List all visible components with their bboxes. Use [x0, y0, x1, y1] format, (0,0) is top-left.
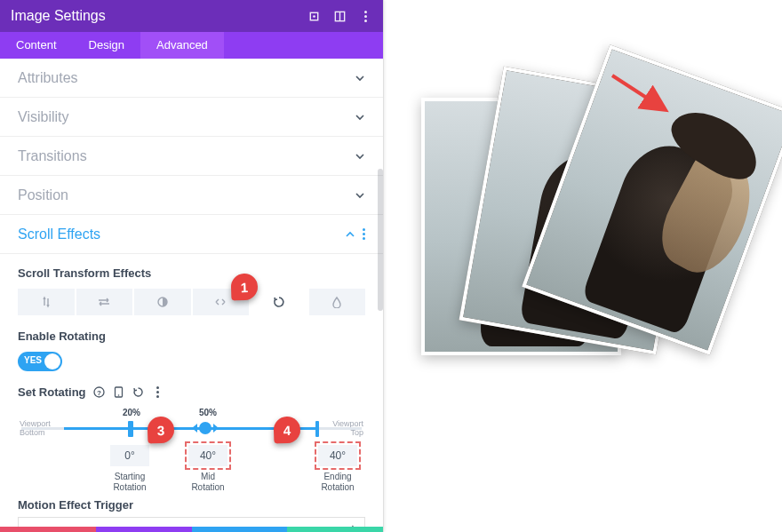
footer-colorbar: [0, 527, 383, 532]
transform-effects-label: Scroll Transform Effects: [18, 266, 365, 280]
section-label: Visibility: [18, 109, 69, 125]
starting-rotation-value[interactable]: 0°: [110, 445, 149, 466]
set-rotating-row: Set Rotating ?: [18, 385, 365, 399]
expand-icon[interactable]: [307, 10, 321, 23]
more-icon[interactable]: [359, 10, 372, 23]
slider-percent-1: 20%: [123, 408, 140, 417]
ending-rotation-label: Ending Rotation: [311, 472, 364, 493]
mid-rotation-value[interactable]: 40°: [188, 445, 227, 466]
tab-content[interactable]: Content: [0, 32, 73, 59]
section-scroll-effects[interactable]: Scroll Effects: [0, 215, 383, 254]
header-icons: [307, 10, 372, 23]
preview-area: [400, 0, 782, 532]
chevron-up-icon: [345, 229, 355, 240]
slider-handle-mid[interactable]: [199, 422, 211, 434]
fade-icon[interactable]: [134, 289, 191, 315]
toggle-knob: [44, 353, 60, 369]
section-label: Transitions: [18, 148, 87, 164]
transform-effect-tabs: [18, 289, 365, 315]
mid-rotation-label: Mid Rotation: [181, 472, 235, 493]
reset-icon[interactable]: [132, 386, 145, 399]
horizontal-motion-icon[interactable]: [76, 289, 133, 315]
ending-rotation-value[interactable]: 40°: [318, 445, 357, 466]
toggle-yes-text: YES: [24, 355, 42, 365]
slider-percent-2: 50%: [199, 408, 217, 417]
starting-rotation-label: Starting Rotation: [103, 472, 156, 493]
blur-icon[interactable]: [309, 289, 366, 315]
enable-rotating-toggle[interactable]: YES: [18, 352, 62, 371]
slider-handle-start[interactable]: [128, 421, 133, 437]
sections: Attributes Visibility Transitions Positi…: [0, 59, 383, 532]
section-label: Scroll Effects: [18, 226, 100, 242]
vertical-motion-icon[interactable]: [18, 289, 75, 315]
settings-panel: Image Settings Content Design Advanced A…: [0, 0, 384, 532]
section-label: Position: [18, 187, 68, 203]
svg-line-9: [612, 75, 663, 108]
annotation-arrow-icon: [608, 71, 679, 115]
tablet-icon[interactable]: [333, 10, 347, 23]
panel-header: Image Settings: [0, 0, 383, 32]
panel-title: Image Settings: [11, 8, 106, 24]
chevron-down-icon: [355, 190, 365, 201]
mobile-icon[interactable]: [113, 386, 125, 399]
rotation-slider: 20% 50% Viewport Bottom Viewport Top 0° …: [18, 408, 365, 480]
svg-point-1: [313, 15, 315, 18]
section-label: Attributes: [18, 70, 78, 86]
slider-handle-end[interactable]: [315, 421, 319, 437]
enable-rotating-label: Enable Rotating: [18, 330, 365, 343]
rotate-icon[interactable]: [251, 289, 307, 315]
chevron-down-icon: [355, 112, 365, 123]
tab-advanced[interactable]: Advanced: [140, 32, 224, 59]
section-position[interactable]: Position: [0, 176, 383, 215]
help-icon[interactable]: ?: [93, 386, 106, 399]
tab-bar: Content Design Advanced: [0, 32, 383, 59]
section-attributes[interactable]: Attributes: [0, 59, 383, 98]
svg-point-8: [118, 394, 120, 396]
scrollbar-thumb[interactable]: [378, 169, 383, 311]
svg-text:?: ?: [97, 389, 101, 397]
tab-design[interactable]: Design: [73, 32, 140, 59]
section-more-icon[interactable]: [363, 228, 365, 240]
motion-trigger-label: Motion Effect Trigger: [18, 498, 365, 512]
enable-rotating-toggle-row: YES: [18, 352, 365, 371]
option-more-icon[interactable]: [152, 386, 164, 399]
set-rotating-label: Set Rotating: [18, 385, 86, 399]
scroll-effects-body: Scroll Transform Effects Enable Rotating…: [0, 254, 383, 532]
section-visibility[interactable]: Visibility: [0, 98, 383, 137]
section-transitions[interactable]: Transitions: [0, 137, 383, 176]
chevron-down-icon: [355, 73, 365, 83]
chevron-down-icon: [355, 151, 365, 162]
